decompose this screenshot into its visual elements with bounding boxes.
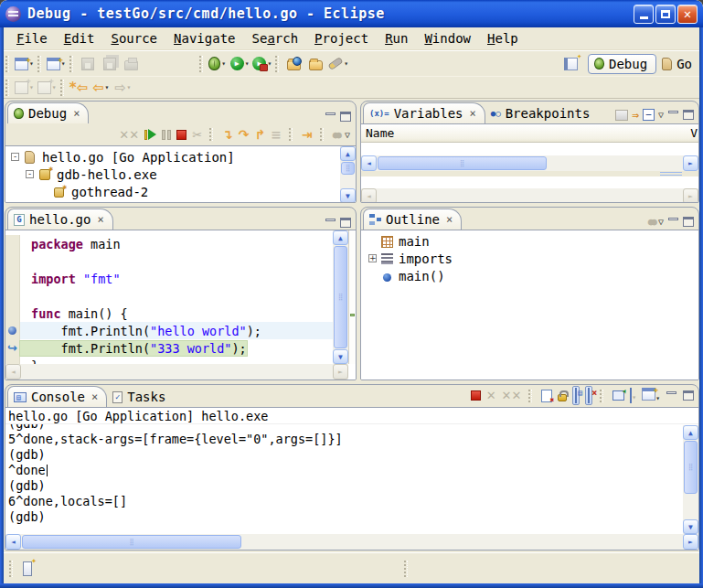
console-vertical-scrollbar[interactable]: ▲ ▼ [683, 425, 698, 534]
new-wizard-button[interactable]: ▾ [13, 53, 36, 75]
tab-breakpoints[interactable]: ●○ Breakpoints [485, 103, 599, 123]
show-stdout-button[interactable] [572, 386, 580, 405]
display-selected-console-button[interactable]: ▾ [630, 389, 636, 402]
view-settings-icon[interactable]: ●● [333, 129, 339, 141]
menu-file[interactable]: File [9, 28, 55, 48]
tab-outline[interactable]: Outline × [363, 208, 462, 230]
run-launch-button[interactable]: ▶▾ [229, 53, 251, 75]
use-step-filters-icon[interactable]: ⇥ [302, 127, 313, 142]
scroll-right-icon[interactable]: ► [683, 155, 698, 171]
maximize-view-icon[interactable] [340, 218, 351, 228]
variables-table-empty[interactable] [361, 143, 698, 155]
console-horizontal-scrollbar[interactable]: ◄ ► [5, 534, 698, 550]
menu-source[interactable]: Source [103, 28, 165, 48]
minimize-view-icon[interactable] [667, 217, 679, 227]
toolbar-grip[interactable] [69, 56, 73, 72]
editor-gutter[interactable] [5, 235, 20, 252]
scroll-left-icon[interactable]: ◄ [5, 534, 21, 550]
close-button[interactable]: ✕ [677, 5, 698, 24]
debug-launch-button[interactable]: ▾ [207, 53, 229, 75]
variables-detail-pane[interactable]: ◄ ► [361, 176, 698, 203]
debug-tree-item[interactable]: -gdb-hello.exe [5, 166, 356, 183]
toolbar-grip[interactable] [60, 80, 64, 96]
maximize-button[interactable] [655, 5, 676, 24]
toolbar-grip[interactable] [275, 56, 279, 72]
step-return-icon[interactable]: ↱ [255, 127, 266, 142]
menu-search[interactable]: Search [245, 28, 306, 48]
scroll-down-icon[interactable]: ▼ [683, 519, 698, 534]
forward-button[interactable]: ⇨▾ [112, 77, 133, 99]
menu-run[interactable]: Run [378, 28, 415, 48]
title-bar[interactable]: Debug - testGo/src/cmd/hello.go - Eclips… [0, 0, 703, 27]
debug-tree-item[interactable]: -gothread-2 [5, 183, 356, 200]
editor-horizontal-scrollbar[interactable]: ◄ ► [5, 364, 348, 380]
outline-item[interactable]: +imports [361, 250, 698, 267]
editor-gutter[interactable] [5, 287, 20, 305]
terminate-icon[interactable] [176, 130, 186, 140]
editor-gutter[interactable] [5, 305, 20, 322]
outline-item[interactable]: +main [361, 232, 698, 250]
minimize-view-icon[interactable] [666, 390, 677, 401]
overview-ruler[interactable] [348, 230, 356, 364]
console-output[interactable]: (gdb)5^done,stack-args=[frame={level="0"… [5, 424, 698, 533]
editor-gutter[interactable] [5, 322, 20, 339]
menu-window[interactable]: Window [417, 28, 478, 48]
tab-debug[interactable]: Debug × [7, 102, 89, 123]
open-console-button[interactable]: ▾ [642, 388, 660, 403]
tree-toggle-icon[interactable]: - [11, 153, 19, 161]
scroll-down-icon[interactable]: ▼ [333, 349, 348, 364]
view-menu-icon[interactable]: ▽ [658, 217, 664, 227]
show-type-names-icon[interactable] [615, 110, 628, 121]
print-button[interactable] [121, 53, 143, 75]
external-tools-button[interactable]: ▶▾ [250, 53, 273, 75]
minimize-view-icon[interactable] [325, 218, 336, 228]
view-settings-icon[interactable]: ●● [648, 216, 655, 228]
tab-variables[interactable]: (x)= Variables × [363, 102, 485, 123]
remove-launch-icon[interactable]: ✕ [486, 389, 496, 402]
menu-edit[interactable]: Edit [57, 28, 102, 48]
scroll-down-icon[interactable]: ▼ [340, 188, 356, 203]
tree-toggle-icon[interactable]: + [368, 254, 377, 262]
toolbar-grip[interactable] [199, 56, 203, 72]
minimize-view-icon[interactable] [325, 112, 336, 122]
editor-gutter[interactable]: ↪ [5, 339, 20, 357]
minimize-button[interactable] [634, 5, 654, 24]
menu-project[interactable]: Project [307, 28, 376, 48]
code-line[interactable]: package main [5, 235, 356, 252]
scroll-up-icon[interactable]: ▲ [333, 230, 348, 245]
debug-tree-item[interactable]: -hello.go [Go Application] [5, 148, 356, 166]
back-button[interactable]: ⇦▾ [90, 77, 112, 99]
tab-tasks[interactable]: ✓ Tasks [107, 387, 174, 407]
tab-hello-go[interactable]: G hello.go × [7, 208, 113, 230]
view-menu-icon[interactable]: ▽ [345, 130, 350, 140]
close-icon[interactable]: × [97, 213, 103, 226]
perspective-debug-button[interactable]: Debug [588, 54, 656, 74]
code-line[interactable]: fmt.Println("hello world"); [5, 322, 356, 339]
fast-view-button[interactable] [16, 558, 38, 580]
save-button[interactable] [77, 53, 99, 75]
close-icon[interactable]: × [470, 107, 476, 120]
code-line[interactable]: func main() { [5, 305, 356, 322]
toolbar-grip[interactable] [5, 80, 9, 96]
variables-column-headers[interactable]: Name V [361, 124, 698, 143]
terminate-icon[interactable] [471, 390, 481, 401]
open-perspective-button[interactable] [560, 53, 582, 75]
toolbar-grip[interactable] [5, 56, 9, 72]
scroll-left-icon[interactable]: ◄ [361, 155, 377, 171]
toolbar-grip[interactable] [37, 56, 41, 72]
tab-console[interactable]: Console × [7, 386, 107, 407]
last-edit-location-button[interactable]: *⇦ [68, 77, 90, 99]
close-icon[interactable]: × [73, 107, 80, 120]
editor-vertical-scrollbar[interactable]: ▲ ▼ [333, 230, 348, 364]
new-project-button[interactable]: ▾ [45, 53, 68, 75]
open-folder-button[interactable] [304, 53, 326, 75]
remove-all-terminated-icon[interactable]: ✕✕ [119, 128, 139, 142]
column-name[interactable]: Name [366, 126, 394, 140]
maximize-view-icon[interactable] [340, 112, 351, 122]
code-editor[interactable]: package mainimport "fmt"func main() { fm… [5, 230, 356, 374]
scroll-lock-icon[interactable] [558, 394, 567, 401]
pin-console-icon[interactable] [612, 390, 624, 401]
perspective-go-button[interactable]: Go [662, 57, 692, 71]
menu-navigate[interactable]: Navigate [166, 28, 242, 48]
debug-tree-item[interactable]: - [5, 200, 356, 203]
